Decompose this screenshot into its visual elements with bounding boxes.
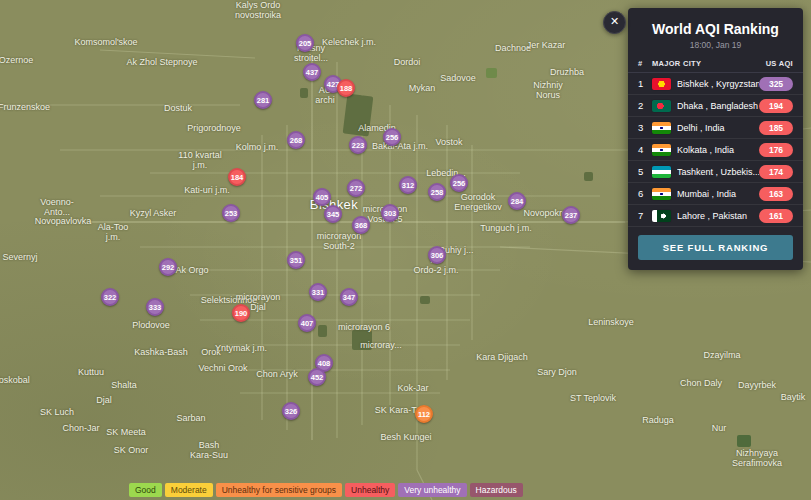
- place-label: Kara Djigach: [476, 352, 528, 362]
- aqi-marker[interactable]: 268: [287, 131, 305, 149]
- aqi-marker[interactable]: 333: [146, 298, 164, 316]
- legend-item: Good: [129, 483, 162, 497]
- ranking-row[interactable]: 5 Tashkent , Uzbekis... 174: [628, 161, 803, 183]
- aqi-marker[interactable]: 223: [349, 136, 367, 154]
- header-city: MAJOR CITY: [652, 59, 766, 68]
- city-name: Dhaka , Bangladesh: [677, 101, 759, 111]
- place-label: Kalys Ordo novostroika: [235, 0, 281, 20]
- place-label: Vechni Orok: [198, 363, 247, 373]
- ranking-row[interactable]: 7 Lahore , Pakistan 161: [628, 205, 803, 227]
- aqi-marker[interactable]: 253: [222, 204, 240, 222]
- aqi-marker[interactable]: 351: [287, 251, 305, 269]
- rank-number: 3: [638, 122, 652, 133]
- place-label: Kolmo j.m.: [236, 142, 279, 152]
- place-label: Prigorodnoye: [187, 123, 241, 133]
- aqi-marker[interactable]: 368: [352, 216, 370, 234]
- place-label: Druzhba: [550, 67, 584, 77]
- aqi-marker[interactable]: 112: [415, 405, 433, 423]
- park-area: [737, 435, 751, 447]
- place-label: Kyzyl Asker: [130, 208, 177, 218]
- place-label: Chon Aryk: [256, 369, 298, 379]
- country-flag: [652, 100, 671, 112]
- place-label: microrayon South-2: [317, 231, 362, 252]
- ranking-row[interactable]: 4 Kolkata , India 176: [628, 139, 803, 161]
- place-label: Ak Orgo: [175, 265, 208, 275]
- place-label: Severnyj: [2, 252, 37, 262]
- place-label: Ozernoe: [0, 55, 33, 65]
- place-label: Nur: [712, 423, 727, 433]
- aqi-marker[interactable]: 331: [309, 283, 327, 301]
- city-name: Lahore , Pakistan: [677, 211, 759, 221]
- place-label: SK Onor: [114, 445, 149, 455]
- aqi-marker[interactable]: 292: [159, 258, 177, 276]
- ranking-panel: World AQI Ranking 18:00, Jan 19 # MAJOR …: [628, 8, 803, 270]
- country-flag: [652, 210, 671, 222]
- place-label: SK Meeta: [106, 427, 146, 437]
- place-label: Dachnoe: [495, 43, 531, 53]
- place-label: Plodovoe: [132, 320, 170, 330]
- rank-number: 4: [638, 144, 652, 155]
- aqi-marker[interactable]: 272: [347, 179, 365, 197]
- place-label: Chon Daly: [680, 378, 722, 388]
- aqi-marker[interactable]: 256: [383, 128, 401, 146]
- aqi-marker[interactable]: 184: [228, 168, 246, 186]
- city-name: Bishkek , Kyrgyzstan: [677, 79, 759, 89]
- park-area: [584, 172, 593, 181]
- aqi-badge: 325: [759, 77, 793, 91]
- table-header: # MAJOR CITY US AQI: [628, 59, 803, 73]
- place-label: Sarban: [176, 413, 205, 423]
- place-label: Nizhniy Norus: [533, 80, 563, 101]
- legend-item: Moderate: [165, 483, 213, 497]
- place-label: Dayyrbek: [738, 380, 776, 390]
- close-icon[interactable]: ✕: [603, 11, 626, 34]
- aqi-marker[interactable]: 405: [313, 188, 331, 206]
- place-label: Raduga: [642, 415, 674, 425]
- ranking-row[interactable]: 2 Dhaka , Bangladesh 194: [628, 95, 803, 117]
- panel-timestamp: 18:00, Jan 19: [628, 40, 803, 50]
- ranking-row[interactable]: 6 Mumbai , India 163: [628, 183, 803, 205]
- place-label: Djal: [96, 395, 112, 405]
- place-label: Kashka-Bash: [134, 347, 188, 357]
- place-label: Leninskoye: [588, 317, 634, 327]
- place-label: SK Luch: [40, 407, 74, 417]
- aqi-marker[interactable]: 284: [508, 192, 526, 210]
- ranking-row[interactable]: 3 Delhi , India 185: [628, 117, 803, 139]
- aqi-marker[interactable]: 322: [101, 288, 119, 306]
- aqi-marker[interactable]: 190: [232, 304, 250, 322]
- aqi-marker[interactable]: 326: [282, 402, 300, 420]
- see-full-ranking-button[interactable]: SEE FULL RANKING: [638, 235, 793, 260]
- country-flag: [652, 188, 671, 200]
- aqi-badge: 161: [759, 209, 793, 223]
- aqi-marker[interactable]: 188: [337, 79, 355, 97]
- place-label: Kelechek j.m.: [322, 37, 376, 47]
- aqi-marker[interactable]: 281: [254, 91, 272, 109]
- park-area: [352, 330, 372, 350]
- rank-number: 1: [638, 78, 652, 89]
- aqi-marker[interactable]: 258: [428, 183, 446, 201]
- aqi-marker[interactable]: 306: [428, 246, 446, 264]
- aqi-marker[interactable]: 347: [340, 288, 358, 306]
- aqi-marker[interactable]: 407: [298, 314, 316, 332]
- aqi-marker[interactable]: 312: [399, 176, 417, 194]
- rank-number: 2: [638, 100, 652, 111]
- rank-number: 7: [638, 210, 652, 221]
- place-label: Frunzenskoe: [0, 102, 50, 112]
- aqi-marker[interactable]: 345: [324, 205, 342, 223]
- aqi-marker[interactable]: 205: [296, 34, 314, 52]
- legend-item: Unhealthy for sensitive groups: [216, 483, 342, 497]
- ranking-row[interactable]: 1 Bishkek , Kyrgyzstan 325: [628, 73, 803, 95]
- place-label: Nizhnyaya Serafimovka: [732, 448, 782, 469]
- aqi-badge: 163: [759, 187, 793, 201]
- place-label: Shalta: [111, 380, 137, 390]
- aqi-marker[interactable]: 452: [308, 368, 326, 386]
- place-label: Kati-uri j.m.: [184, 185, 230, 195]
- place-label: Besh Kungei: [380, 432, 431, 442]
- legend-item: Very unhealthy: [398, 483, 466, 497]
- panel-title: World AQI Ranking: [628, 8, 803, 37]
- aqi-marker[interactable]: 237: [562, 206, 580, 224]
- aqi-marker[interactable]: 256: [450, 174, 468, 192]
- country-flag: [652, 166, 671, 178]
- city-name: Mumbai , India: [677, 189, 759, 199]
- aqi-marker[interactable]: 303: [381, 204, 399, 222]
- aqi-marker[interactable]: 437: [303, 63, 321, 81]
